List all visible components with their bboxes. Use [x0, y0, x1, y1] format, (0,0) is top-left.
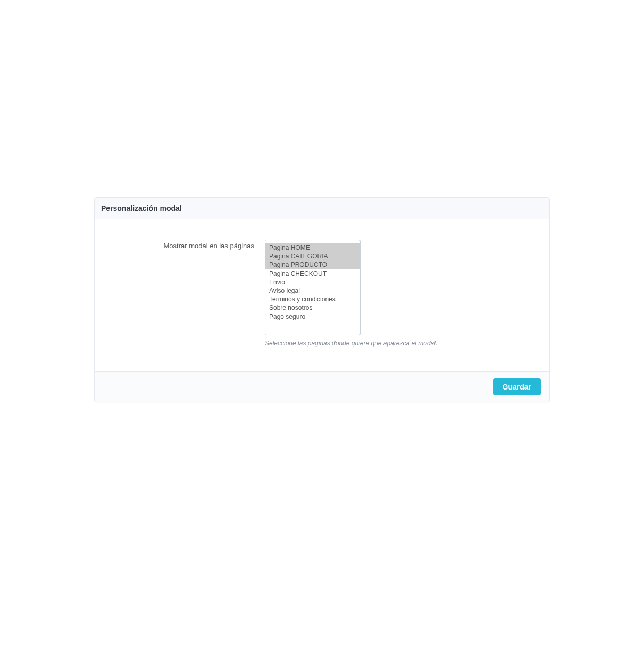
- form-label-pages: Mostrar modal en las páginas: [105, 240, 265, 250]
- form-control-area: Pagina HOMEPagina CATEGORIAPagina PRODUC…: [265, 240, 539, 347]
- select-option[interactable]: Pago seguro: [265, 312, 360, 321]
- help-text: Seleccione las paginas donde quiere que …: [265, 340, 539, 347]
- form-row-pages: Mostrar modal en las páginas Pagina HOME…: [105, 240, 539, 347]
- pages-multi-select[interactable]: Pagina HOMEPagina CATEGORIAPagina PRODUC…: [265, 240, 361, 335]
- select-option[interactable]: Sobre nosotros: [265, 303, 360, 312]
- select-option[interactable]: Pagina CATEGORIA: [265, 252, 360, 260]
- select-option[interactable]: Pagina CHECKOUT: [265, 269, 360, 278]
- panel-body: Mostrar modal en las páginas Pagina HOME…: [95, 219, 549, 371]
- settings-panel: Personalización modal Mostrar modal en l…: [94, 197, 550, 402]
- panel-footer: Guardar: [95, 371, 549, 402]
- save-button[interactable]: Guardar: [493, 378, 541, 395]
- select-option[interactable]: Envio: [265, 278, 360, 286]
- select-option[interactable]: Pagina HOME: [265, 243, 360, 252]
- panel-header: Personalización modal: [95, 198, 549, 219]
- select-option[interactable]: Pagina PRODUCTO: [265, 260, 360, 269]
- select-option[interactable]: Terminos y condiciones: [265, 295, 360, 303]
- panel-title: Personalización modal: [101, 204, 543, 213]
- select-option[interactable]: Aviso legal: [265, 286, 360, 295]
